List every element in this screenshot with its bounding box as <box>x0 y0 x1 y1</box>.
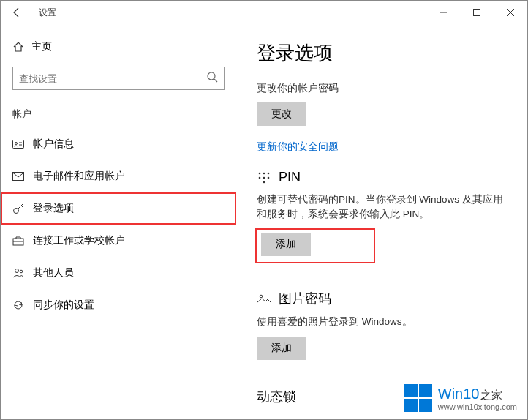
page-title: 登录选项 <box>257 40 510 66</box>
watermark: Win10 之家 www.win10xitong.com <box>404 384 517 412</box>
sidebar-item-label: 同步你的设置 <box>33 299 94 312</box>
change-password-button[interactable]: 更改 <box>257 102 306 126</box>
sidebar-item-label: 电子邮件和应用帐户 <box>33 170 125 183</box>
sidebar-item-label: 登录选项 <box>33 202 74 215</box>
svg-line-5 <box>214 79 217 82</box>
home-label: 主页 <box>31 40 52 53</box>
watermark-url: www.win10xitong.com <box>438 402 517 411</box>
svg-point-22 <box>263 176 265 179</box>
sidebar-item-label: 帐户信息 <box>33 138 74 151</box>
svg-point-18 <box>259 172 261 174</box>
people-icon <box>12 268 33 278</box>
update-security-questions-link[interactable]: 更新你的安全问题 <box>257 140 510 154</box>
svg-rect-10 <box>13 173 24 181</box>
add-picture-password-button[interactable]: 添加 <box>257 337 306 360</box>
svg-point-16 <box>15 269 19 273</box>
envelope-icon <box>12 172 33 181</box>
sidebar-item-sync[interactable]: 同步你的设置 <box>1 289 236 321</box>
svg-point-21 <box>259 176 261 179</box>
svg-rect-6 <box>13 140 24 149</box>
sidebar-section-header: 帐户 <box>1 102 236 124</box>
home-icon <box>12 41 31 53</box>
sidebar-item-other-users[interactable]: 其他人员 <box>1 257 236 289</box>
svg-point-20 <box>268 172 270 174</box>
sidebar-item-label: 其他人员 <box>33 266 74 280</box>
windows-logo-icon <box>404 384 432 412</box>
picture-password-title: 图片密码 <box>279 290 331 307</box>
watermark-suffix: 之家 <box>480 389 502 402</box>
svg-rect-25 <box>257 293 271 304</box>
pin-description: 创建可替代密码的PIN。当你登录到 Windows 及其应用和服务时，系统会要求… <box>257 192 510 222</box>
pin-add-highlight: 添加 <box>257 230 374 262</box>
svg-line-13 <box>21 206 23 207</box>
watermark-brand: Win10 <box>438 386 480 402</box>
home-link[interactable]: 主页 <box>1 34 236 59</box>
add-pin-button[interactable]: 添加 <box>261 233 311 256</box>
sync-icon <box>12 299 33 311</box>
sidebar-item-label: 连接工作或学校帐户 <box>33 234 125 247</box>
svg-rect-1 <box>474 10 480 16</box>
window-title: 设置 <box>39 7 56 19</box>
search-icon <box>206 71 218 86</box>
dynamic-lock-title: 动态锁 <box>257 388 296 405</box>
picture-password-description: 使用喜爱的照片登录到 Windows。 <box>257 315 510 329</box>
sidebar-item-email[interactable]: 电子邮件和应用帐户 <box>1 160 236 192</box>
svg-point-4 <box>208 72 215 80</box>
pin-section-title: PIN <box>279 170 301 185</box>
svg-point-11 <box>14 209 19 214</box>
svg-point-7 <box>15 143 18 145</box>
picture-icon <box>257 293 279 304</box>
svg-point-24 <box>263 181 265 183</box>
search-box[interactable] <box>12 67 225 90</box>
minimize-button[interactable] <box>426 1 460 24</box>
pin-keypad-icon <box>257 170 279 185</box>
svg-point-19 <box>263 172 265 174</box>
svg-point-26 <box>260 295 263 298</box>
key-icon <box>12 203 33 214</box>
sidebar-item-work-school[interactable]: 连接工作或学校帐户 <box>1 225 236 257</box>
search-input[interactable] <box>19 67 206 89</box>
briefcase-icon <box>12 236 33 246</box>
svg-point-17 <box>20 270 23 273</box>
id-card-icon <box>12 139 33 149</box>
password-description: 更改你的帐户密码 <box>257 82 510 95</box>
maximize-button[interactable] <box>460 1 494 24</box>
sidebar-item-account-info[interactable]: 帐户信息 <box>1 128 236 160</box>
svg-point-23 <box>268 176 270 179</box>
sidebar-item-signin-options[interactable]: 登录选项 <box>1 192 236 225</box>
back-button[interactable] <box>11 7 26 18</box>
close-button[interactable] <box>494 1 527 24</box>
